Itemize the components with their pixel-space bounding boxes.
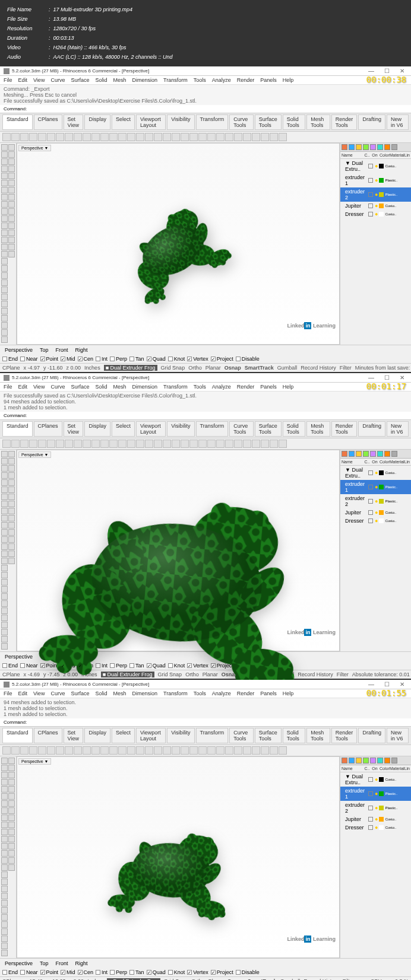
tool-2[interactable] [1, 465, 8, 472]
menu-panels[interactable]: Panels [260, 77, 277, 83]
view-tab-top[interactable]: Top [37, 960, 51, 967]
menu-dimension[interactable]: Dimension [132, 77, 157, 83]
tool-27[interactable] [1, 336, 8, 343]
command-line[interactable]: Command: [0, 412, 411, 420]
tool-36[interactable] [8, 201, 15, 208]
toolbar-button-11[interactable] [100, 133, 109, 141]
tool-16[interactable] [1, 258, 8, 265]
view-tab-right[interactable]: Right [73, 346, 90, 354]
tab-surface-tools[interactable]: Surface Tools [255, 728, 282, 743]
menu-transform[interactable]: Transform [163, 691, 188, 696]
osnap-vertex[interactable]: Vertex [187, 969, 208, 975]
layer-color-swatch[interactable] [379, 192, 384, 197]
toolbar-button-12[interactable] [109, 746, 118, 755]
bulb-icon[interactable]: ● [375, 484, 378, 490]
osnap-end[interactable]: End [2, 969, 18, 975]
menu-render[interactable]: Render [237, 691, 255, 696]
menu-mesh[interactable]: Mesh [113, 691, 126, 696]
panel-tab-icon-7[interactable] [391, 451, 397, 457]
toolbar-button-2[interactable] [20, 746, 29, 755]
menu-render[interactable]: Render [237, 384, 255, 390]
panel-tab-icon-4[interactable] [370, 451, 376, 457]
osnap-quad[interactable]: Quad [147, 356, 166, 362]
tool-10[interactable] [1, 522, 8, 529]
menu-dimension[interactable]: Dimension [132, 691, 157, 696]
tab-render-tools[interactable]: Render Tools [331, 114, 358, 130]
layer-current-icon[interactable] [368, 203, 373, 208]
bulb-icon[interactable]: ● [375, 470, 378, 476]
tool-24[interactable] [1, 928, 8, 935]
viewport-label[interactable]: Perspective ▼ [18, 758, 51, 765]
panel-tab-icon-6[interactable] [384, 758, 390, 763]
toolbar-button-8[interactable] [74, 746, 82, 755]
layer-current-icon[interactable] [368, 518, 373, 523]
tab-visibility[interactable]: Visibility [167, 421, 194, 437]
panel-tab-icon-5[interactable] [377, 758, 383, 763]
tool-29[interactable] [8, 765, 15, 771]
tool-17[interactable] [1, 879, 8, 885]
osnap-near[interactable]: Near [20, 969, 38, 975]
tool-17[interactable] [1, 265, 8, 272]
menu-panels[interactable]: Panels [260, 691, 277, 696]
tool-26[interactable] [1, 943, 8, 949]
tool-37[interactable] [8, 208, 15, 215]
osnap-tan[interactable]: Tan [129, 969, 144, 975]
osnap-end[interactable]: End [2, 356, 18, 362]
viewport[interactable]: Perspective ▼ [17, 450, 340, 651]
view-tab-top[interactable]: Top [37, 346, 51, 354]
layer-current-icon[interactable] [368, 470, 373, 475]
toolbar-button-6[interactable] [56, 746, 64, 755]
toolbar-button-26[interactable] [234, 133, 242, 141]
bulb-icon[interactable]: ● [375, 518, 378, 524]
view-tab-right[interactable]: Right [73, 960, 90, 967]
osnap-knot[interactable]: Knot [168, 356, 185, 362]
tool-8[interactable] [1, 508, 8, 514]
toolbar-button-9[interactable] [83, 746, 91, 755]
tool-26[interactable] [1, 329, 8, 336]
layer-current-icon[interactable] [368, 178, 373, 183]
tool-39[interactable] [8, 836, 15, 842]
toolbar-button-15[interactable] [136, 746, 144, 755]
tool-36[interactable] [8, 814, 15, 821]
tool-31[interactable] [8, 779, 15, 785]
toolbar-button-24[interactable] [216, 746, 225, 755]
viewport[interactable]: Perspective ▼ [17, 756, 340, 958]
toolbar-button-19[interactable] [172, 746, 180, 755]
panel-tab-icon-7[interactable] [391, 758, 397, 763]
panel-tab-icon-4[interactable] [370, 144, 376, 150]
tab-solid-tools[interactable]: Solid Tools [283, 114, 305, 130]
osnap-point[interactable]: Point [40, 969, 59, 975]
toolbar-button-10[interactable] [91, 746, 100, 755]
menu-surface[interactable]: Surface [71, 384, 89, 390]
tool-22[interactable] [1, 914, 8, 921]
layer-color-swatch[interactable] [379, 212, 384, 217]
toolbar-button-18[interactable] [163, 133, 171, 141]
toolbar-button-5[interactable] [47, 746, 55, 755]
tool-6[interactable] [1, 800, 8, 807]
menu-transform[interactable]: Transform [163, 384, 188, 390]
toolbar-button-10[interactable] [91, 133, 100, 141]
osnap-vertex[interactable]: Vertex [187, 356, 208, 362]
tool-13[interactable] [1, 237, 8, 243]
bulb-icon[interactable]: ● [375, 203, 378, 209]
layer-row-4[interactable]: Dresser ● Custo.. [340, 210, 411, 218]
osnap-mid[interactable]: Mid [61, 356, 75, 362]
tool-30[interactable] [8, 465, 15, 472]
tab-cplanes[interactable]: CPlanes [34, 114, 62, 130]
tab-visibility[interactable]: Visibility [167, 114, 194, 130]
tool-1[interactable] [1, 151, 8, 158]
layer-row-1[interactable]: extruder 1 ● Plastic.. [340, 787, 411, 801]
panel-tab-icon-7[interactable] [391, 144, 397, 150]
tool-30[interactable] [8, 772, 15, 778]
toolbar-button-9[interactable] [83, 133, 91, 141]
toolbar-button-25[interactable] [225, 133, 233, 141]
osnap-int[interactable]: Int [96, 356, 108, 362]
minimize-button[interactable]: — [366, 681, 377, 688]
tool-40[interactable] [8, 230, 15, 236]
layer-row-2[interactable]: extruder 2 ● Plastic.. [340, 801, 411, 815]
panel-tab-icon-1[interactable] [349, 144, 355, 150]
menu-surface[interactable]: Surface [71, 691, 89, 696]
tool-0[interactable] [1, 758, 8, 764]
layer-row-1[interactable]: extruder 1 ● Plastic.. [340, 173, 411, 187]
layer-current-icon[interactable] [368, 164, 373, 168]
